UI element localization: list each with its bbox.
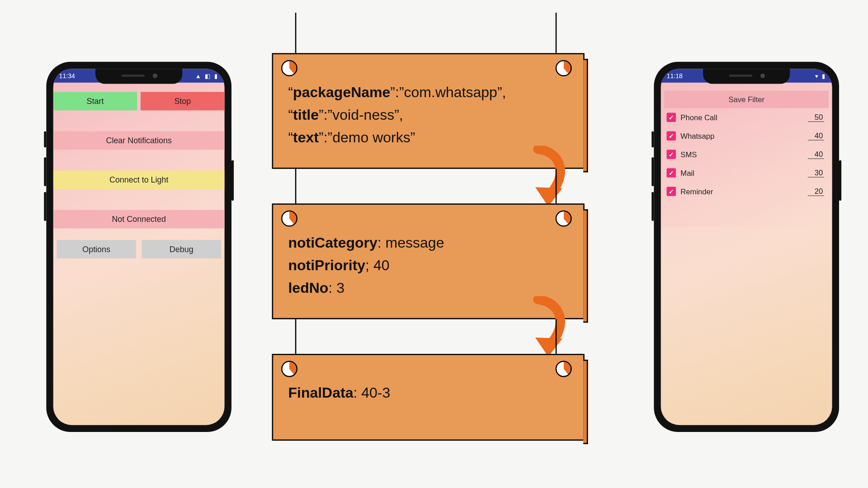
filter-value-input[interactable]: 20 bbox=[808, 187, 824, 196]
filter-value-input[interactable]: 50 bbox=[808, 113, 824, 122]
connection-status-label: Not Connected bbox=[53, 210, 225, 228]
clear-notifications-button[interactable]: Clear Notifications bbox=[53, 131, 225, 150]
phone-mockup-control: 11:34 ▲ ◧ ▮ Start Stop Clear Notificatio… bbox=[46, 62, 231, 432]
pin-icon bbox=[281, 361, 297, 377]
status-icons: ▲ ◧ ▮ bbox=[195, 72, 219, 79]
filter-label: Mail bbox=[680, 169, 694, 177]
clock-text: 11:18 bbox=[667, 72, 683, 79]
filter-row: ✓Phone Call50 bbox=[661, 108, 832, 127]
start-button[interactable]: Start bbox=[53, 92, 137, 110]
filter-row: ✓Whatsapp40 bbox=[661, 127, 832, 145]
data-flow-diagram: “packageName”:”com.whatsapp”, “title”:”v… bbox=[272, 13, 585, 464]
pin-icon bbox=[556, 361, 572, 377]
filter-list: ✓Phone Call50✓Whatsapp40✓SMS40✓Mail30✓Re… bbox=[661, 108, 832, 201]
filter-value-input[interactable]: 30 bbox=[808, 168, 824, 177]
flow-board-output: FinalData: 40-3 bbox=[272, 354, 585, 441]
options-button[interactable]: Options bbox=[57, 240, 136, 258]
filter-label: Phone Call bbox=[680, 113, 717, 122]
pin-icon bbox=[556, 60, 572, 76]
checkbox-icon[interactable]: ✓ bbox=[667, 131, 676, 140]
checkbox-icon[interactable]: ✓ bbox=[667, 113, 676, 122]
filter-row: ✓Reminder20 bbox=[661, 182, 832, 201]
filter-label: Whatsapp bbox=[680, 131, 714, 140]
canvas: 11:34 ▲ ◧ ▮ Start Stop Clear Notificatio… bbox=[0, 13, 868, 475]
filter-row: ✓Mail30 bbox=[661, 164, 832, 182]
checkbox-icon[interactable]: ✓ bbox=[667, 150, 676, 159]
pin-icon bbox=[281, 211, 297, 227]
save-filter-button[interactable]: Save Filter bbox=[664, 91, 829, 108]
phone-mockup-filter: 11:18 ▾ ▮ Save Filter ✓Phone Call50✓What… bbox=[654, 62, 839, 432]
debug-button[interactable]: Debug bbox=[142, 240, 221, 258]
status-icons: ▾ ▮ bbox=[815, 72, 826, 79]
filter-value-input[interactable]: 40 bbox=[808, 150, 824, 159]
checkbox-icon[interactable]: ✓ bbox=[667, 168, 676, 177]
filter-label: SMS bbox=[680, 150, 697, 159]
pin-icon bbox=[281, 60, 297, 76]
stop-button[interactable]: Stop bbox=[141, 92, 225, 110]
pin-icon bbox=[556, 211, 572, 227]
filter-label: Reminder bbox=[680, 187, 713, 196]
clock-text: 11:34 bbox=[59, 72, 75, 79]
connect-light-button[interactable]: Connect to Light bbox=[53, 170, 225, 189]
checkbox-icon[interactable]: ✓ bbox=[667, 187, 676, 196]
filter-row: ✓SMS40 bbox=[661, 145, 832, 164]
filter-value-input[interactable]: 40 bbox=[808, 131, 824, 140]
